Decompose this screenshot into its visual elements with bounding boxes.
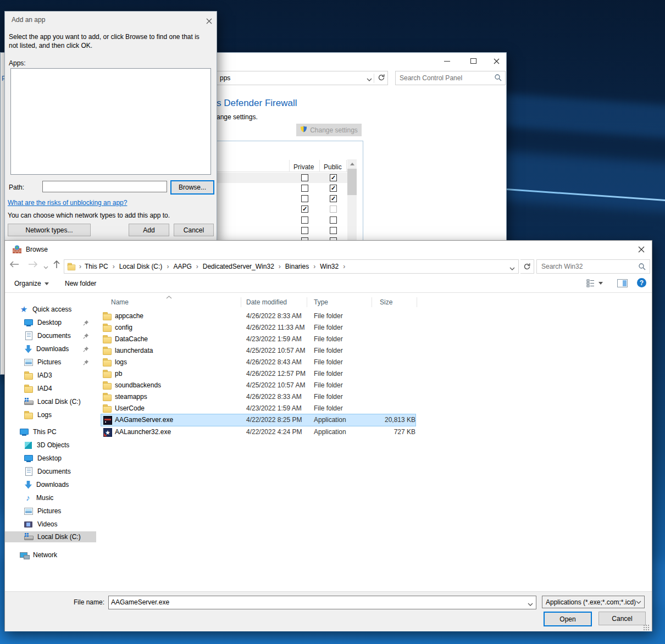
breadcrumb-item[interactable]: This PC [85,263,108,270]
breadcrumb-item[interactable]: AAPG [173,263,191,270]
sidebar-item-downloads[interactable]: Downloads [24,479,96,490]
column-header-public[interactable]: Public [324,163,342,171]
help-button[interactable]: ? [637,278,646,287]
sidebar-item-documents[interactable]: Documents [24,466,96,477]
sidebar-item-3d-objects[interactable]: 3D Objects [24,440,96,451]
file-row[interactable]: appcache4/26/2022 8:33 AMFile folder [101,310,415,322]
sidebar-item-desktop[interactable]: Desktop [24,317,96,328]
maximize-button[interactable] [461,53,485,69]
private-checkbox[interactable] [301,174,308,181]
public-checkbox[interactable]: ✓ [330,185,337,192]
file-row[interactable]: ★AALauncher32.exe4/22/2022 4:24 PMApplic… [101,426,415,438]
search-box[interactable]: Search Win32 [536,259,650,274]
private-checkbox[interactable] [301,185,308,192]
browse-button[interactable]: Browse... [170,180,214,195]
file-row[interactable]: soundbackends4/25/2022 10:57 AMFile fold… [101,380,415,391]
sidebar-item-downloads[interactable]: Downloads [24,343,96,354]
sidebar-item-logs[interactable]: Logs [24,409,96,420]
column-header-private[interactable]: Private [293,163,314,171]
file-row[interactable]: pb4/26/2022 12:57 PMFile folder [101,368,415,380]
public-checkbox[interactable]: ✓ [330,195,337,202]
column-header-date[interactable]: Date modified [246,298,287,306]
breadcrumb-separator[interactable]: › [313,263,315,270]
close-button[interactable] [486,53,506,69]
breadcrumb-separator[interactable]: › [343,263,345,270]
network-types-button[interactable]: Network types... [8,224,91,236]
path-input[interactable] [42,181,167,192]
sidebar-item-desktop[interactable]: Desktop [24,453,96,464]
public-checkbox[interactable] [330,227,337,234]
file-row-selected[interactable]: AAGameServer.exe4/22/2022 8:25 PMApplica… [101,414,415,426]
forward-button[interactable] [28,260,38,270]
file-row[interactable]: DataCache4/23/2022 1:59 AMFile folder [101,334,415,345]
sidebar-item-iad4[interactable]: IAD4 [24,383,96,394]
control-panel-search-box[interactable]: Search Control Panel [395,71,506,85]
file-row[interactable]: launcherdata4/25/2022 10:57 AMFile folde… [101,345,415,357]
private-checkbox[interactable] [301,216,308,224]
chevron-down-icon[interactable] [367,76,372,84]
private-checkbox[interactable]: ✓ [301,206,308,213]
search-icon[interactable] [494,74,502,83]
close-icon[interactable] [203,16,215,26]
resize-grip[interactable] [644,625,649,630]
sidebar-item-local-disk[interactable]: Local Disk (C:) [24,396,96,407]
new-folder-button[interactable]: New folder [65,280,96,287]
chevron-down-icon[interactable] [509,265,515,273]
breadcrumb-separator[interactable]: › [113,263,115,270]
file-row[interactable]: config4/26/2022 11:33 AMFile folder [101,322,415,334]
apps-listbox[interactable] [10,68,211,175]
column-header-name[interactable]: Name [111,298,129,306]
preview-pane-button[interactable] [617,279,628,289]
private-checkbox[interactable] [301,227,308,234]
sidebar-item-music[interactable]: ♪Music [24,492,96,503]
sidebar-item-local-disk-selected[interactable]: Local Disk (C:) [5,531,96,542]
chevron-down-icon[interactable] [528,601,533,608]
sidebar-item-pictures[interactable]: Pictures [24,506,96,517]
cancel-button[interactable]: Cancel [598,612,646,625]
close-button[interactable] [631,243,651,256]
recent-locations-chevron-icon[interactable] [43,263,48,271]
sidebar-item-documents[interactable]: Documents [24,330,96,341]
file-row[interactable]: UserCode4/23/2022 1:59 AMFile folder [101,403,415,414]
public-checkbox[interactable] [330,216,337,224]
view-mode-button[interactable] [586,279,603,287]
back-button[interactable] [9,260,19,270]
change-settings-button[interactable]: Change settings [296,124,362,136]
scroll-thumb[interactable] [347,169,357,195]
column-header-type[interactable]: Type [314,298,328,306]
file-row[interactable]: logs4/26/2022 8:43 AMFile folder [101,357,415,368]
sidebar-item-this-pc[interactable]: This PC [20,426,96,437]
risks-link[interactable]: What are the risks of unblocking an app? [8,199,127,207]
search-icon[interactable] [638,263,646,272]
sidebar-item-videos[interactable]: Videos [24,519,96,530]
file-name-combo[interactable] [108,596,536,609]
breadcrumb-item[interactable]: DedicatedServer_Win32 [203,263,274,270]
refresh-button[interactable] [520,259,534,274]
breadcrumb-item[interactable]: Local Disk (C:) [119,263,163,270]
breadcrumb-separator[interactable]: › [279,263,281,270]
column-header-size[interactable]: Size [380,298,392,306]
refresh-icon[interactable] [374,74,385,83]
breadcrumb-separator[interactable]: › [79,263,81,270]
minimize-button[interactable] [435,53,459,69]
cancel-button[interactable]: Cancel [174,224,214,236]
sidebar-item-pictures[interactable]: Pictures [24,357,96,368]
file-row[interactable]: steamapps4/26/2022 8:33 AMFile folder [101,391,415,403]
sidebar-item-iad3[interactable]: IAD3 [24,370,96,381]
organize-menu[interactable]: Organize [14,280,49,287]
private-checkbox[interactable] [301,195,308,202]
up-button[interactable] [53,260,60,270]
open-button[interactable]: Open [544,612,592,626]
sidebar-item-quick-access[interactable]: ★Quick access [20,304,96,315]
add-button[interactable]: Add [129,224,169,236]
file-name-input[interactable] [109,596,524,608]
breadcrumb-item[interactable]: Binaries [285,263,309,270]
public-checkbox[interactable]: ✓ [330,174,337,181]
sidebar-item-network[interactable]: Network [20,549,96,560]
breadcrumb-separator[interactable]: › [196,263,198,270]
file-type-filter[interactable]: Applications (*.exe;*.com;*.icd) [542,596,645,608]
address-bar[interactable]: › This PC › Local Disk (C:) › AAPG › Ded… [64,259,519,274]
breadcrumb-item[interactable]: Win32 [320,263,339,270]
scroll-up-icon[interactable] [347,159,357,169]
breadcrumb-separator[interactable]: › [167,263,169,270]
